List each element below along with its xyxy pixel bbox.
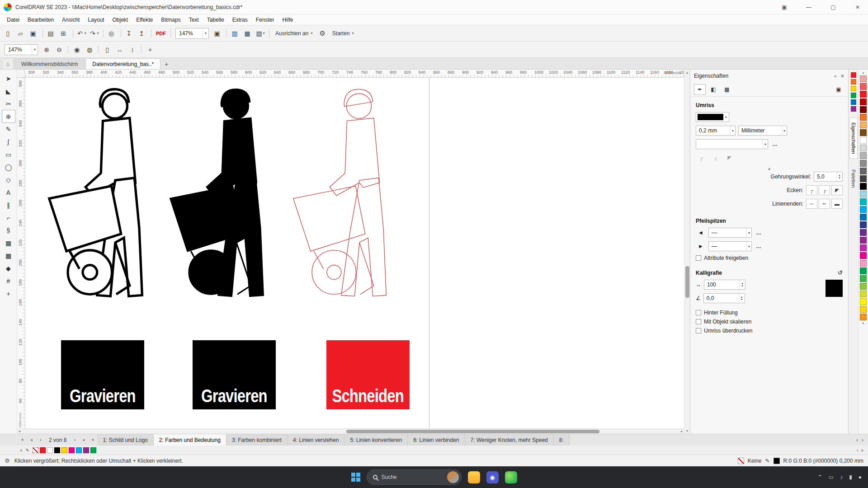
polygon-tool[interactable]: ◇: [2, 174, 15, 186]
show-rulers-button[interactable]: ▥: [229, 28, 241, 39]
line-cap-button[interactable]: ▬: [831, 199, 843, 209]
start-button[interactable]: [351, 473, 360, 482]
zoom-level-combo-2[interactable]: 147% ▾: [5, 44, 38, 55]
color-swatch[interactable]: [860, 214, 867, 221]
color-swatch[interactable]: [860, 122, 867, 128]
vertical-scrollbar[interactable]: ▴ ▾: [684, 70, 690, 434]
minimize-button[interactable]: —: [798, 0, 819, 14]
toolbar-button[interactable]: [269, 29, 269, 38]
palette-chip[interactable]: [851, 93, 856, 98]
menu-item[interactable]: Tabelle: [203, 15, 228, 24]
line-style-more-button[interactable]: …: [771, 141, 779, 147]
label-square[interactable]: Schneiden: [326, 340, 410, 409]
document-color-swatch[interactable]: [69, 447, 75, 453]
toolbar-button[interactable]: [103, 29, 104, 38]
options-gear-icon[interactable]: ⚙: [316, 29, 328, 38]
zoom-page-width-button[interactable]: ↔: [114, 44, 126, 56]
first-page-icon[interactable]: «: [27, 434, 36, 446]
last-page-icon[interactable]: »: [79, 434, 88, 446]
color-swatch[interactable]: [860, 83, 867, 90]
zoom-page-button[interactable]: ▯: [101, 44, 113, 56]
arrowhead-end-more-button[interactable]: …: [755, 243, 763, 249]
volume-icon[interactable]: ♪: [840, 474, 843, 480]
rectangle-tool[interactable]: ▭: [2, 148, 15, 160]
ellipse-tool[interactable]: ◯: [2, 161, 15, 173]
scroll-up-icon[interactable]: ▴: [684, 70, 690, 75]
document-color-swatch[interactable]: [40, 447, 46, 453]
horizontal-scroll-thumb[interactable]: [346, 430, 599, 433]
hidden-icons-chevron-icon[interactable]: ⌃: [818, 474, 822, 480]
label-square[interactable]: Gravieren: [61, 340, 144, 409]
toolbar-button[interactable]: [42, 29, 43, 38]
pick-tool[interactable]: ➤: [2, 72, 15, 84]
color-swatch[interactable]: [860, 314, 867, 320]
add-page-button-2[interactable]: +: [88, 434, 97, 446]
palette-chip[interactable]: [851, 72, 856, 78]
page-tab[interactable]: 4: Linien verstehen: [288, 434, 344, 446]
color-swatch[interactable]: [860, 291, 867, 297]
scale-with-object-checkbox[interactable]: Mit Objekt skalieren: [696, 319, 843, 325]
scroll-right-icon[interactable]: ▸: [681, 429, 683, 433]
color-swatch[interactable]: [860, 183, 867, 190]
search-content-button[interactable]: ◎: [106, 28, 118, 39]
no-color-swatch[interactable]: [33, 447, 38, 453]
color-swatch[interactable]: [860, 152, 867, 159]
toolbar-button[interactable]: [68, 46, 68, 54]
spinner-arrows-icon[interactable]: ▲▼: [836, 172, 842, 181]
toolbar-button[interactable]: [170, 29, 171, 38]
page-tab[interactable]: 8:: [554, 434, 570, 446]
corner-join-button[interactable]: ◤: [831, 185, 843, 195]
spinner-arrows-icon[interactable]: ▲▼: [739, 280, 745, 289]
menu-item[interactable]: Fenster: [252, 15, 278, 24]
color-swatch[interactable]: [860, 175, 867, 182]
zoom-tool[interactable]: ⊕: [2, 110, 15, 122]
wheelbarrow-figure-solid[interactable]: [170, 89, 264, 296]
crop-tool[interactable]: #: [2, 275, 15, 287]
color-swatch[interactable]: [860, 129, 867, 136]
battery-icon[interactable]: ▮: [849, 474, 852, 480]
palette-chip[interactable]: [851, 106, 856, 112]
palette-chip[interactable]: [851, 99, 856, 105]
shape-tool[interactable]: ◣: [2, 85, 15, 97]
docker-side-tab[interactable]: Paletten: [850, 165, 857, 192]
line-cap-button[interactable]: ─: [806, 199, 817, 209]
color-swatch[interactable]: [860, 237, 867, 244]
undo-button[interactable]: ↶ ▾: [76, 28, 88, 39]
arrowhead-start-combo[interactable]: — ▾: [708, 228, 752, 238]
import-button[interactable]: ↧: [124, 28, 136, 39]
menu-item[interactable]: Hilfe: [278, 15, 297, 24]
add-page-button[interactable]: +: [18, 434, 27, 446]
toolbar-button[interactable]: [98, 46, 99, 54]
taskbar-search[interactable]: Suche: [367, 469, 462, 485]
undock-icon[interactable]: «: [834, 73, 837, 79]
eyedropper-icon[interactable]: ✎: [26, 448, 29, 453]
color-swatch[interactable]: [860, 275, 867, 282]
arrowhead-end-combo[interactable]: — ▾: [708, 241, 752, 251]
menu-item[interactable]: Layout: [84, 15, 108, 24]
transparency-properties-tab[interactable]: ▩: [721, 84, 733, 95]
zoom-selection-button[interactable]: ◉: [71, 44, 83, 56]
outline-properties-tab[interactable]: ✒: [694, 84, 706, 95]
color-swatch[interactable]: [860, 306, 867, 313]
page-tab[interactable]: 3: Farben kombiniert: [226, 434, 288, 446]
previous-page-icon[interactable]: ‹: [36, 434, 45, 446]
running-app-icon[interactable]: [505, 471, 517, 483]
toolbar-button[interactable]: [151, 29, 151, 38]
color-swatch[interactable]: [860, 114, 867, 121]
color-swatch[interactable]: [860, 99, 867, 105]
color-swatch[interactable]: [860, 252, 867, 259]
parallel-dimension-tool[interactable]: ∥: [2, 199, 15, 211]
zoom-all-objects-button[interactable]: ◍: [84, 44, 95, 56]
reset-calligraphy-icon[interactable]: ↺: [838, 269, 843, 276]
bezier-tool[interactable]: ∫: [2, 136, 15, 148]
publish-pdf-button[interactable]: PDF: [154, 28, 168, 39]
color-swatch[interactable]: [860, 160, 867, 167]
menu-item[interactable]: Bitmaps: [157, 15, 184, 24]
outline-width-combo[interactable]: 0,2 mm ▾: [696, 126, 736, 136]
horizontal-scrollbar[interactable]: ◂ ▸: [17, 428, 684, 434]
snap-to-dropdown[interactable]: Ausrichten an ▾: [272, 28, 316, 39]
capture-icon[interactable]: ▣: [774, 0, 795, 14]
next-page-icon[interactable]: ›: [70, 434, 79, 446]
color-swatch[interactable]: [860, 229, 867, 236]
document-tab[interactable]: Willkommensbildschirm: [14, 58, 85, 69]
